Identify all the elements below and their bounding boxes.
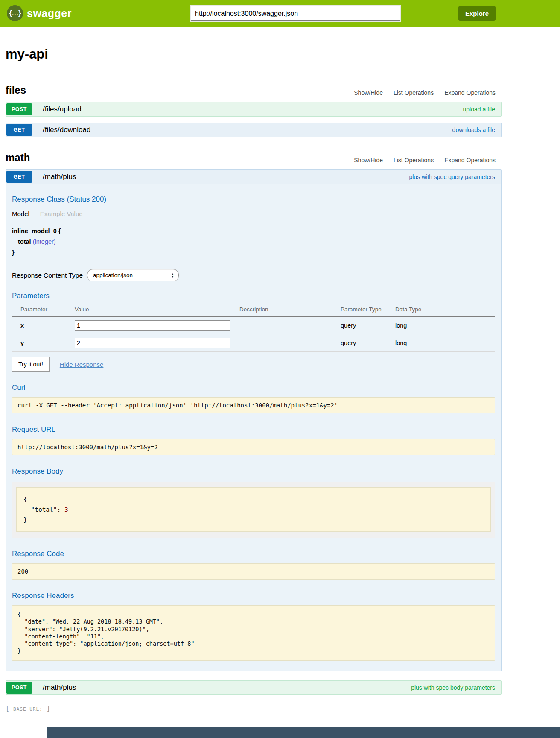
parameter-type: query xyxy=(332,340,387,346)
parameter-type: query xyxy=(332,322,387,329)
brand-name: swagger xyxy=(27,7,72,20)
response-body-heading: Response Body xyxy=(12,467,495,476)
parameter-row-x: x query long xyxy=(12,317,495,334)
json-value: 3 xyxy=(64,506,68,513)
method-badge-get: GET xyxy=(6,124,32,136)
parameter-value-input-y[interactable] xyxy=(75,338,230,348)
model-signature: inline_model_0 { total (integer) } xyxy=(12,226,495,258)
method-badge-post: POST xyxy=(6,682,32,694)
parameters-table: Parameter Value Description Parameter Ty… xyxy=(12,305,495,352)
math-resource-title: math xyxy=(6,152,30,164)
operation-summary-link[interactable]: upload a file xyxy=(463,106,495,113)
json-close-brace: } xyxy=(23,515,484,525)
response-content-type-label: Response Content Type xyxy=(12,272,83,279)
parameter-row-y: y query long xyxy=(12,334,495,352)
json-property-line: "total": 3 xyxy=(23,504,484,515)
operation-block-get-math-plus: GET /math/plus plus with spec query para… xyxy=(6,169,502,671)
col-parameter-type: Parameter Type xyxy=(332,306,387,313)
show-hide-link[interactable]: Show/Hide xyxy=(354,157,383,164)
col-data-type: Data Type xyxy=(387,306,495,313)
files-resource-controls: Show/Hide List Operations Expand Operati… xyxy=(354,89,496,96)
show-hide-link[interactable]: Show/Hide xyxy=(354,89,383,96)
divider xyxy=(439,89,439,96)
model-close-brace: } xyxy=(12,247,495,258)
footer-close-bracket: ] xyxy=(47,705,50,712)
operation-detail-panel: Response Class (Status 200) Model Exampl… xyxy=(6,184,501,671)
bottom-bar xyxy=(47,727,560,738)
operation-row-post-math-plus[interactable]: POST /math/plus plus with spec body para… xyxy=(6,680,502,695)
response-content-type-select[interactable]: application/json ▲▼ xyxy=(87,269,179,281)
divider xyxy=(439,156,439,164)
divider xyxy=(388,156,388,164)
list-operations-link[interactable]: List Operations xyxy=(394,157,434,164)
resource-divider xyxy=(6,145,502,145)
select-arrows-icon: ▲▼ xyxy=(171,273,174,278)
model-property: total (integer) xyxy=(12,237,495,247)
divider xyxy=(388,89,388,96)
parameter-data-type: long xyxy=(387,340,495,346)
model-property-name: total xyxy=(18,238,31,245)
operation-row-get-files-download[interactable]: GET /files/download downloads a file xyxy=(6,123,502,137)
spec-url-input[interactable] xyxy=(191,6,400,21)
curl-command: curl -X GET --header 'Accept: applicatio… xyxy=(12,397,495,413)
try-it-out-row: Try it out! Hide Response xyxy=(12,357,495,372)
response-class-heading: Response Class (Status 200) xyxy=(12,195,495,204)
tab-example-value[interactable]: Example Value xyxy=(40,210,83,217)
files-resource-header: files Show/Hide List Operations Expand O… xyxy=(6,84,502,96)
swagger-logo-icon: {…} xyxy=(7,5,23,21)
parameters-heading: Parameters xyxy=(12,292,495,300)
response-body-json: { "total": 3 } xyxy=(16,487,491,532)
swagger-logo[interactable]: {…} swagger xyxy=(7,5,72,21)
files-resource-title: files xyxy=(6,84,26,96)
list-operations-link[interactable]: List Operations xyxy=(394,89,434,96)
method-badge-get: GET xyxy=(6,171,32,183)
footer-open-bracket: [ xyxy=(6,705,9,712)
expand-operations-link[interactable]: Expand Operations xyxy=(444,157,496,164)
operation-row-post-files-upload[interactable]: POST /files/upload upload a file xyxy=(6,102,502,117)
math-resource-header: math Show/Hide List Operations Expand Op… xyxy=(6,152,502,164)
response-body-container: { "total": 3 } xyxy=(12,482,495,538)
header-bar: {…} swagger Explore xyxy=(0,0,560,27)
col-value: Value xyxy=(66,306,231,313)
col-parameter: Parameter xyxy=(12,306,66,313)
explore-button[interactable]: Explore xyxy=(458,6,496,21)
parameter-name: y xyxy=(12,340,66,346)
divider xyxy=(35,208,35,219)
response-headers-heading: Response Headers xyxy=(12,592,495,600)
operation-summary-link[interactable]: plus with spec body parameters xyxy=(411,684,495,691)
json-key: "total": xyxy=(31,506,61,513)
model-tabs: Model Example Value xyxy=(12,208,495,219)
tab-model[interactable]: Model xyxy=(12,210,29,217)
try-it-out-button[interactable]: Try it out! xyxy=(12,357,50,372)
parameters-table-header: Parameter Value Description Parameter Ty… xyxy=(12,305,495,317)
api-title: my-api xyxy=(6,47,502,62)
request-url-value: http://localhost:3000/math/plus?x=1&y=2 xyxy=(12,439,495,455)
operation-path[interactable]: /math/plus xyxy=(43,683,76,692)
response-headers-json: { "date": "Wed, 22 Aug 2018 18:49:13 GMT… xyxy=(12,605,495,661)
method-badge-post: POST xyxy=(6,103,32,115)
resource-math: math Show/Hide List Operations Expand Op… xyxy=(6,152,502,695)
operation-path[interactable]: /math/plus xyxy=(43,173,76,181)
parameter-value-input-x[interactable] xyxy=(75,320,230,331)
base-url-label: BASE URL: xyxy=(13,706,43,712)
selected-content-type: application/json xyxy=(93,272,133,278)
request-url-heading: Request URL xyxy=(12,425,495,434)
operation-summary-link[interactable]: plus with spec query parameters xyxy=(409,173,495,180)
operation-path[interactable]: /files/upload xyxy=(43,105,82,114)
model-name: inline_model_0 { xyxy=(12,226,495,237)
operation-summary-link[interactable]: downloads a file xyxy=(452,126,495,133)
col-description: Description xyxy=(231,306,332,313)
parameter-name: x xyxy=(12,322,66,329)
expand-operations-link[interactable]: Expand Operations xyxy=(444,89,496,96)
response-content-type-row: Response Content Type application/json ▲… xyxy=(12,269,495,281)
response-code-value: 200 xyxy=(12,563,495,580)
main-content: my-api files Show/Hide List Operations E… xyxy=(6,47,502,712)
response-code-heading: Response Code xyxy=(12,550,495,558)
operation-row-get-math-plus[interactable]: GET /math/plus plus with spec query para… xyxy=(6,170,501,184)
operation-path[interactable]: /files/download xyxy=(43,126,90,134)
model-property-type: (integer) xyxy=(33,238,56,245)
math-resource-controls: Show/Hide List Operations Expand Operati… xyxy=(354,156,496,164)
base-url-footer: [ BASE URL: ] xyxy=(6,705,502,712)
hide-response-link[interactable]: Hide Response xyxy=(60,361,104,368)
json-open-brace: { xyxy=(23,494,484,504)
